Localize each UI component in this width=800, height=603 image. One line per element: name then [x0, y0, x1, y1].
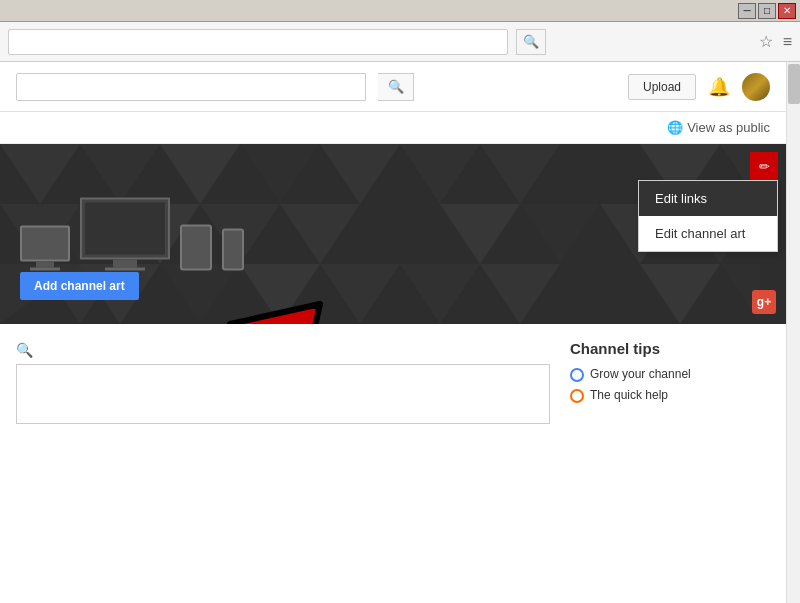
add-channel-art-button[interactable]: Add channel art: [20, 272, 139, 300]
devices-area: [20, 198, 244, 271]
browser-toolbar: 🔍 ☆ ≡: [0, 22, 800, 62]
bookmark-icon[interactable]: ☆: [759, 32, 773, 51]
avatar[interactable]: [742, 73, 770, 101]
description-textarea[interactable]: [16, 364, 550, 424]
youtube-header: 🔍 Upload 🔔: [0, 62, 786, 112]
channel-art-area: Add channel art ✏ Edit links Edit channe…: [0, 144, 786, 324]
browser-search-icon: 🔍: [523, 34, 539, 49]
channel-tips-title: Channel tips: [570, 340, 770, 357]
channel-main: 🔍: [16, 324, 550, 428]
upload-button[interactable]: Upload: [628, 74, 696, 100]
channel-tips: Channel tips Grow your channel The quick…: [570, 324, 770, 428]
minimize-button[interactable]: ─: [738, 3, 756, 19]
edit-pencil-button[interactable]: ✏: [750, 152, 778, 180]
main-content: 🔍 Upload 🔔 🌐 View as public: [0, 62, 786, 603]
browser-search-button[interactable]: 🔍: [516, 29, 546, 55]
notification-bell-icon[interactable]: 🔔: [708, 76, 730, 98]
channel-lower: 🔍 Channel tips Grow your channel The qui…: [0, 324, 786, 428]
tip-item-1: Grow your channel: [570, 367, 770, 382]
globe-icon: 🌐: [667, 120, 683, 135]
maximize-button[interactable]: □: [758, 3, 776, 19]
browser-menu-icon[interactable]: ≡: [783, 33, 792, 51]
page-container: 🔍 Upload 🔔 🌐 View as public: [0, 62, 800, 603]
channel-search-icon[interactable]: 🔍: [16, 342, 550, 358]
tip-circle-1: [570, 368, 584, 382]
view-public-label: View as public: [687, 120, 770, 135]
tip-item-2: The quick help: [570, 388, 770, 403]
view-as-public-link[interactable]: 🌐 View as public: [667, 120, 770, 135]
tip-label-2: The quick help: [590, 388, 668, 402]
search-icon: 🔍: [388, 79, 404, 94]
search-button[interactable]: 🔍: [378, 73, 414, 101]
tip-label-1: Grow your channel: [590, 367, 691, 381]
scrollbar-thumb[interactable]: [788, 64, 800, 104]
browser-actions: ☆ ≡: [759, 32, 792, 51]
tip-circle-2: [570, 389, 584, 403]
edit-links-menu-item[interactable]: Edit links: [639, 181, 777, 216]
close-button[interactable]: ✕: [778, 3, 796, 19]
view-public-bar: 🌐 View as public: [0, 112, 786, 144]
scrollbar[interactable]: [786, 62, 800, 603]
gplus-badge[interactable]: g+: [752, 290, 776, 314]
search-input[interactable]: [16, 73, 366, 101]
edit-channel-art-menu-item[interactable]: Edit channel art: [639, 216, 777, 251]
window-chrome: ─ □ ✕: [0, 0, 800, 22]
pencil-icon: ✏: [759, 159, 770, 174]
address-bar[interactable]: [8, 29, 508, 55]
edit-dropdown-menu: Edit links Edit channel art: [638, 180, 778, 252]
yt-actions: Upload 🔔: [628, 73, 770, 101]
